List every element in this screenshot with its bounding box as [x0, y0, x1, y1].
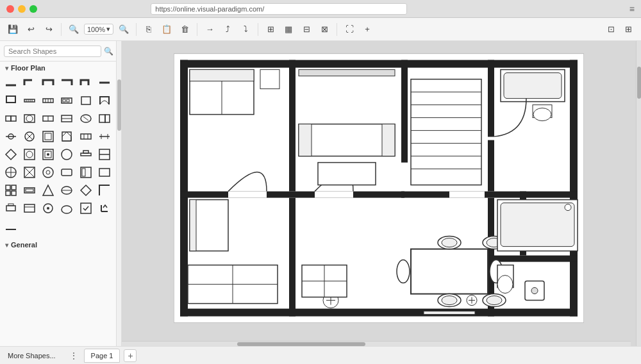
shape-item[interactable]: [78, 146, 94, 163]
shape-item[interactable]: [21, 146, 38, 163]
shape-item[interactable]: [3, 128, 19, 145]
shape-item[interactable]: [96, 182, 113, 199]
shape-item[interactable]: [21, 74, 38, 91]
shape-item[interactable]: [21, 164, 38, 181]
fullscreen-button[interactable]: ⛶: [342, 22, 357, 37]
shape-item[interactable]: [58, 200, 75, 217]
page-menu-button[interactable]: ⋮: [67, 349, 80, 362]
shape-item[interactable]: [3, 110, 19, 127]
minimize-button[interactable]: [18, 5, 26, 13]
svg-point-54: [43, 167, 53, 178]
zoom-magnify-button[interactable]: 🔍: [66, 22, 81, 37]
shape-item[interactable]: [3, 164, 19, 181]
svg-rect-62: [6, 191, 10, 195]
svg-point-44: [47, 153, 49, 156]
page-tab-1[interactable]: Page 1: [84, 349, 121, 363]
url-bar[interactable]: https://online.visual-paradigm.com/: [151, 3, 407, 15]
svg-rect-2: [6, 96, 15, 103]
zoom-out-button[interactable]: 🔍: [116, 22, 131, 37]
shapes-tool-button[interactable]: ⊞: [263, 22, 278, 37]
redo-button[interactable]: ↪: [41, 22, 56, 37]
shape-item[interactable]: [96, 146, 113, 163]
svg-rect-58: [82, 169, 85, 176]
shape-item[interactable]: [3, 182, 19, 199]
shape-item[interactable]: [78, 182, 94, 199]
shape-item[interactable]: [58, 128, 75, 145]
shape-item[interactable]: [21, 128, 38, 145]
shape-item[interactable]: [78, 128, 94, 145]
panel-toggle-right-button[interactable]: ⊞: [620, 22, 636, 37]
shape-item[interactable]: [40, 182, 56, 199]
category-floor-plan[interactable]: Floor Plan: [0, 62, 116, 73]
waypoint-button[interactable]: ⤵: [238, 22, 253, 37]
shape-item[interactable]: [96, 74, 113, 91]
url-text: https://online.visual-paradigm.com/: [155, 5, 264, 13]
panel-toggle-button[interactable]: ⊡: [603, 22, 619, 37]
shape-item[interactable]: [96, 128, 113, 145]
shape-item[interactable]: [58, 92, 75, 109]
shape-item[interactable]: [78, 200, 94, 217]
shape-item[interactable]: [3, 200, 19, 217]
shape-item[interactable]: [40, 164, 56, 181]
shape-item[interactable]: [3, 146, 19, 163]
svg-point-75: [47, 207, 49, 210]
svg-rect-89: [180, 192, 404, 198]
arrow-tool-button[interactable]: →: [202, 22, 217, 37]
shape-item[interactable]: [96, 200, 113, 217]
menu-icon[interactable]: ≡: [629, 4, 635, 14]
svg-point-45: [62, 149, 72, 160]
svg-rect-33: [43, 131, 53, 142]
close-button[interactable]: [6, 5, 14, 13]
connect-button[interactable]: ⤴: [220, 22, 235, 37]
floor-plan-svg: [174, 54, 584, 323]
paste-button[interactable]: 📋: [159, 22, 174, 37]
shape-item[interactable]: [58, 146, 75, 163]
search-icon[interactable]: 🔍: [104, 47, 113, 56]
shape-item[interactable]: [40, 200, 56, 217]
format-button[interactable]: ⊟: [299, 22, 314, 37]
shape-item[interactable]: [3, 218, 19, 235]
shape-item[interactable]: [58, 110, 75, 127]
maximize-button[interactable]: [29, 5, 37, 13]
bottom-scrollbar[interactable]: [122, 341, 631, 346]
shape-item[interactable]: [58, 74, 75, 91]
svg-rect-40: [24, 149, 35, 160]
shape-item[interactable]: [40, 128, 56, 145]
delete-button[interactable]: 🗑: [177, 22, 192, 37]
right-scrollbar[interactable]: [636, 41, 641, 346]
align-button[interactable]: ⊠: [317, 22, 332, 37]
shape-item[interactable]: [96, 92, 113, 109]
shape-item[interactable]: [21, 110, 38, 127]
shape-item[interactable]: [96, 164, 113, 181]
add-more-button[interactable]: +: [360, 22, 375, 37]
shape-item[interactable]: [3, 74, 19, 91]
more-shapes-button[interactable]: More Shapes...: [5, 351, 58, 361]
shape-item[interactable]: [40, 146, 56, 163]
layout-button[interactable]: ▦: [281, 22, 296, 37]
shape-item[interactable]: [40, 92, 56, 109]
add-page-button[interactable]: +: [124, 349, 137, 362]
category-general[interactable]: General: [0, 238, 116, 250]
shape-item[interactable]: [58, 164, 75, 181]
shape-item[interactable]: [78, 164, 94, 181]
zoom-control[interactable]: 100% ▾: [84, 24, 113, 35]
search-input[interactable]: [4, 46, 101, 57]
copy-button[interactable]: ⎘: [141, 22, 156, 37]
shape-item[interactable]: [78, 92, 94, 109]
shape-item[interactable]: [40, 110, 56, 127]
shape-item[interactable]: [78, 74, 94, 91]
shape-item[interactable]: [21, 182, 38, 199]
canvas-area[interactable]: [122, 41, 641, 346]
shape-item[interactable]: [58, 182, 75, 199]
shape-item[interactable]: [96, 110, 113, 127]
shape-item[interactable]: [21, 200, 38, 217]
save-button[interactable]: 💾: [5, 22, 21, 37]
svg-rect-101: [260, 70, 279, 89]
undo-button[interactable]: ↩: [23, 22, 38, 37]
svg-point-118: [533, 108, 551, 121]
app-body: 🔍 Floor Plan: [0, 41, 641, 346]
shape-item[interactable]: [78, 110, 94, 127]
shape-item[interactable]: [40, 74, 56, 91]
shape-item[interactable]: [3, 92, 19, 109]
shape-item[interactable]: [21, 92, 38, 109]
